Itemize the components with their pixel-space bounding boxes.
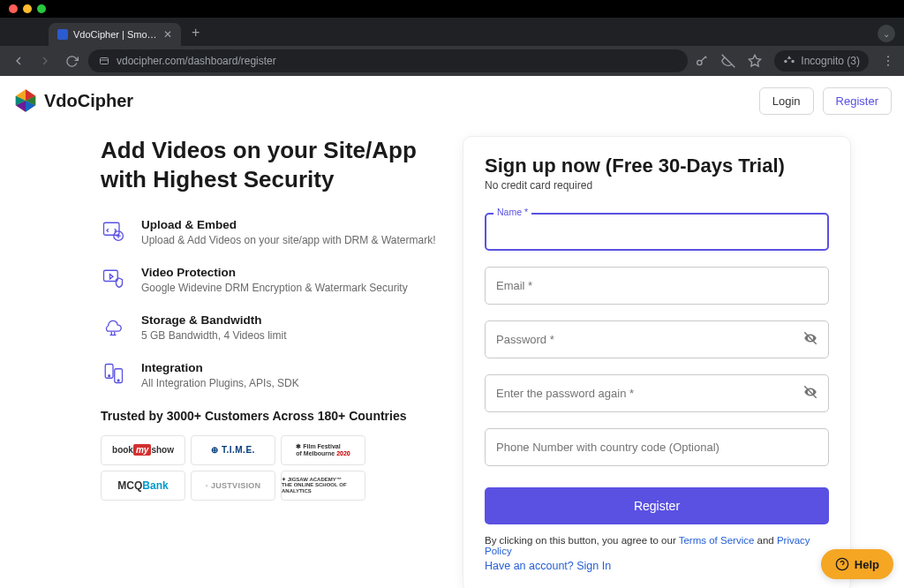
logo-mark-icon: [12, 87, 39, 114]
tab-title: VdoCipher | Smooth, secure s: [73, 29, 158, 40]
forward-button[interactable]: [35, 51, 55, 71]
svg-point-5: [887, 56, 889, 57]
address-field[interactable]: vdocipher.com/dashboard/register: [88, 49, 688, 72]
customer-logo-justvision: ◦ JustVision: [191, 471, 275, 501]
reload-button[interactable]: [62, 51, 81, 71]
tab-favicon: [57, 29, 68, 40]
incognito-badge[interactable]: Incognito (3): [774, 50, 869, 72]
password-key-icon[interactable]: [695, 54, 709, 68]
svg-rect-14: [104, 222, 120, 235]
incognito-icon: [783, 55, 795, 67]
feature-desc: Google Widevine DRM Encryption & Waterma…: [141, 282, 408, 294]
feature-title: Upload & Embed: [141, 218, 436, 231]
feature-title: Storage & Bandwidth: [141, 313, 287, 327]
window-zoom-dot[interactable]: [37, 4, 46, 13]
name-input[interactable]: [485, 213, 829, 251]
svg-point-22: [109, 374, 110, 376]
feature-desc: Upload & Add Videos on your site/app wit…: [141, 234, 436, 246]
form-title: Sign up now (Free 30-Days Trial): [485, 155, 829, 177]
register-nav-button[interactable]: Register: [823, 87, 892, 115]
browser-address-bar: vdocipher.com/dashboard/register Incogni…: [0, 46, 904, 76]
password-confirm-field-wrapper: [485, 374, 829, 412]
svg-point-7: [887, 64, 889, 66]
feature-upload: Upload & Embed Upload & Add Videos on yo…: [101, 218, 445, 246]
url-text: vdocipher.com/dashboard/register: [117, 55, 276, 67]
form-subtitle: No credit card required: [485, 179, 829, 192]
upload-embed-icon: [101, 218, 125, 243]
macos-titlebar: [0, 0, 904, 18]
phone-input[interactable]: [485, 428, 829, 466]
feature-desc: 5 GB Bandwidth, 4 Videos limit: [141, 329, 287, 342]
signin-link[interactable]: Have an account? Sign In: [485, 560, 611, 572]
agree-text: By clicking on this button, you agree to…: [485, 535, 829, 556]
feature-storage: Storage & Bandwidth 5 GB Bandwidth, 4 Vi…: [101, 313, 445, 342]
feature-title: Integration: [141, 361, 299, 374]
login-button[interactable]: Login: [759, 87, 814, 115]
svg-rect-0: [101, 58, 109, 64]
customer-logo-time: ⊕ T.I.M.E.: [191, 435, 275, 465]
feature-title: Video Protection: [141, 266, 408, 279]
email-input[interactable]: [485, 267, 829, 305]
storage-bandwidth-icon: [101, 313, 125, 338]
brand-name: VdoCipher: [44, 91, 133, 111]
tos-link[interactable]: Terms of Service: [679, 535, 755, 546]
help-widget[interactable]: Help: [821, 549, 893, 579]
page-content: VdoCipher Login Register Add Videos on y…: [0, 76, 904, 588]
new-tab-button[interactable]: +: [181, 25, 210, 46]
window-minimize-dot[interactable]: [23, 4, 32, 13]
feature-desc: All Integration Plugins, APIs, SDK: [141, 377, 299, 389]
toggle-password-icon[interactable]: [802, 330, 818, 350]
video-protection-icon: [101, 266, 125, 290]
customer-logos: bookmyshow ⊕ T.I.M.E. ✱ Film Festivalof …: [101, 435, 445, 501]
browser-tab[interactable]: VdoCipher | Smooth, secure s ✕: [49, 23, 181, 46]
register-submit-button[interactable]: Register: [485, 487, 829, 524]
customer-logo-jigsaw: ✦ JIGSAW ACADEMY™THE ONLINE SCHOOL OF AN…: [281, 471, 365, 501]
name-field-wrapper: Name *: [485, 213, 829, 251]
site-settings-icon: [99, 56, 109, 66]
password-confirm-input[interactable]: [485, 374, 829, 412]
brand-logo[interactable]: VdoCipher: [12, 87, 133, 114]
signup-card: Sign up now (Free 30-Days Trial) No cred…: [463, 136, 851, 588]
integration-icon: [101, 361, 125, 386]
feature-protection: Video Protection Google Widevine DRM Enc…: [101, 266, 445, 294]
password-input[interactable]: [485, 320, 829, 358]
customer-logo-mcqbank: MCQBank: [101, 471, 185, 501]
svg-point-2: [697, 60, 702, 64]
phone-field-wrapper: [485, 428, 829, 466]
feature-integration: Integration All Integration Plugins, API…: [101, 361, 445, 389]
trusted-heading: Trusted by 3000+ Customers Across 180+ C…: [101, 409, 445, 423]
window-close-dot[interactable]: [9, 4, 18, 13]
page-heading: Add Videos on your Site/App with Highest…: [101, 136, 445, 195]
customer-logo-filmfestival: ✱ Film Festivalof Melbourne 2020: [281, 435, 365, 465]
svg-marker-19: [110, 274, 114, 278]
svg-point-23: [117, 380, 119, 381]
browser-menu-icon[interactable]: [881, 54, 895, 68]
back-button[interactable]: [9, 51, 28, 71]
bookmark-star-icon[interactable]: [748, 54, 762, 68]
window-dropdown-icon[interactable]: ⌄: [878, 25, 895, 42]
name-label: Name *: [493, 207, 531, 217]
password-field-wrapper: [485, 320, 829, 358]
help-icon: [835, 557, 849, 571]
tab-close-icon[interactable]: ✕: [163, 29, 172, 40]
svg-marker-4: [750, 55, 761, 66]
customer-logo-bookmyshow: bookmyshow: [101, 435, 185, 465]
email-field-wrapper: [485, 267, 829, 305]
site-header: VdoCipher Login Register: [0, 76, 904, 125]
toggle-password-confirm-icon[interactable]: [802, 384, 818, 403]
marketing-panel: Add Videos on your Site/App with Highest…: [101, 136, 445, 588]
svg-point-6: [887, 60, 889, 62]
eye-off-icon[interactable]: [721, 54, 735, 68]
browser-tab-bar: VdoCipher | Smooth, secure s ✕ + ⌄: [0, 18, 904, 46]
